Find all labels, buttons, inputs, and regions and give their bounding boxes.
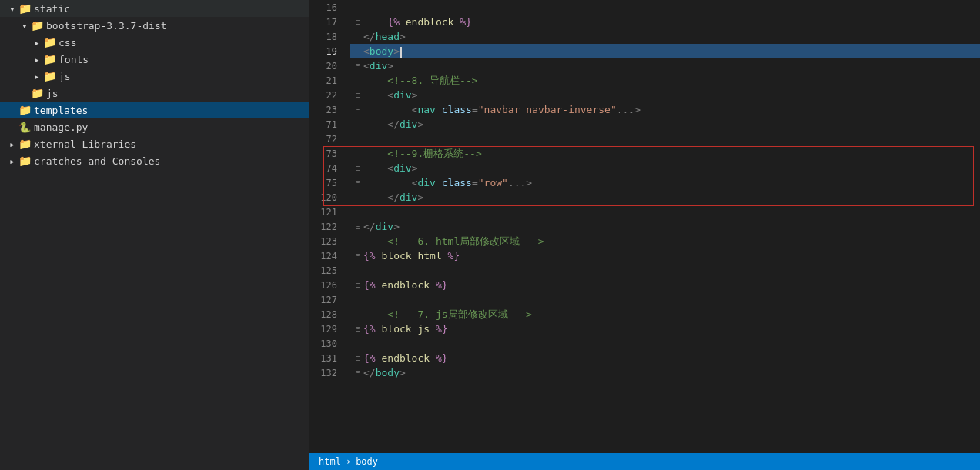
ln-75: 75 (309, 175, 343, 190)
sidebar-item-bootstrap[interactable]: ▾ 📁 bootstrap-3.3.7-dist (0, 17, 309, 34)
ln-74: 74 (309, 161, 343, 175)
code-line-22: ⊟ <div> (350, 88, 980, 102)
ln-17: 17 (309, 15, 343, 29)
sidebar-item-templates[interactable]: ▸ 📁 templates (0, 102, 309, 118)
status-arrow-icon: › (346, 456, 351, 467)
ln-132: 132 (309, 365, 343, 380)
ln-16: 16 (309, 0, 343, 15)
fold-icon[interactable] (353, 336, 363, 351)
code-line-122: ⊟ </div> (350, 219, 980, 234)
sidebar-item-label: cratches and Consoles (34, 155, 160, 167)
fold-icon[interactable]: ⊟ (353, 351, 363, 365)
fold-icon[interactable] (353, 307, 363, 322)
code-line-125 (350, 263, 980, 278)
sidebar-item-css[interactable]: ▸ 📁 css (0, 34, 309, 51)
arrow-icon: ▸ (31, 53, 43, 65)
sidebar-item-label: fonts (59, 54, 89, 65)
code-line-121 (350, 205, 980, 219)
ln-120: 120 (309, 190, 343, 205)
sidebar-item-static[interactable]: ▾ 📁 static (0, 0, 309, 17)
ln-130: 130 (309, 336, 343, 351)
ln-127: 127 (309, 292, 343, 307)
sidebar-item-scratches[interactable]: ▸ 📁 cratches and Consoles (0, 152, 309, 169)
fold-icon[interactable]: ⊟ (353, 322, 363, 336)
code-line-18: </head> (350, 29, 980, 44)
sidebar-item-label: xternal Libraries (34, 138, 136, 150)
ln-123: 123 (309, 234, 343, 248)
ln-125: 125 (309, 263, 343, 278)
arrow-icon: ▸ (31, 36, 43, 48)
code-line-72 (350, 132, 980, 146)
code-line-74: ⊟ <div> (350, 161, 980, 175)
fold-icon[interactable] (353, 0, 363, 15)
sidebar-item-js-inner[interactable]: ▸ 📁 js (0, 68, 309, 85)
code-line-20: ⊟ <div> (350, 58, 980, 73)
sidebar-item-external-libs[interactable]: ▸ 📁 xternal Libraries (0, 135, 309, 152)
sidebar-item-label: bootstrap-3.3.7-dist (46, 20, 167, 32)
ln-126: 126 (309, 278, 343, 292)
fold-icon[interactable] (353, 190, 363, 205)
code-line-73: <!--9.栅格系统--> (350, 146, 980, 161)
fold-icon[interactable] (353, 205, 363, 219)
ln-21: 21 (309, 73, 343, 88)
sidebar-item-label: css (59, 37, 76, 48)
sidebar-item-fonts[interactable]: ▸ 📁 fonts (0, 51, 309, 68)
code-lines: ⊟ {% endblock %} </head> <body> (350, 0, 980, 453)
fold-icon[interactable]: ⊟ (353, 278, 363, 292)
code-line-127 (350, 292, 980, 307)
sidebar-item-manage[interactable]: ▸ 🐍 manage.py (0, 118, 309, 135)
code-line-19: <body> (350, 44, 980, 58)
ln-121: 121 (309, 205, 343, 219)
ln-22: 22 (309, 88, 343, 102)
arrow-icon: ▸ (6, 155, 18, 167)
fold-icon[interactable]: ⊟ (353, 58, 363, 73)
ln-19: 19 (309, 44, 343, 58)
fold-icon[interactable]: ⊟ (353, 88, 363, 102)
fold-icon[interactable] (353, 44, 363, 58)
folder-icon: 📁 (18, 138, 31, 150)
sidebar-item-label: manage.py (34, 122, 88, 133)
sidebar-item-label: static (34, 3, 70, 15)
fold-icon[interactable] (353, 292, 363, 307)
code-line-21: <!--8. 导航栏--> (350, 73, 980, 88)
fold-icon[interactable]: ⊟ (353, 219, 363, 234)
fold-icon[interactable] (353, 29, 363, 44)
folder-icon: 📁 (18, 155, 31, 167)
fold-icon[interactable]: ⊟ (353, 15, 363, 29)
fold-icon[interactable]: ⊟ (353, 102, 363, 117)
code-line-120: </div> (350, 190, 980, 205)
code-line-132: ⊟ </body> (350, 365, 980, 380)
status-path-body: body (356, 456, 378, 467)
sidebar-item-js-outer[interactable]: ▸ 📁 js (0, 85, 309, 102)
code-line-124: ⊟ {% block html %} (350, 248, 980, 263)
ln-73: 73 (309, 146, 343, 161)
fold-icon[interactable]: ⊟ (353, 365, 363, 380)
fold-icon[interactable]: ⊟ (353, 248, 363, 263)
folder-icon: 📁 (31, 19, 43, 32)
fold-icon[interactable]: ⊟ (353, 161, 363, 175)
fold-icon[interactable] (353, 73, 363, 88)
sidebar-item-label: templates (34, 105, 88, 116)
fold-icon[interactable] (353, 146, 363, 161)
ln-128: 128 (309, 307, 343, 322)
arrow-icon: ▾ (18, 19, 31, 32)
fold-icon[interactable] (353, 132, 363, 146)
fold-icon[interactable]: ⊟ (353, 175, 363, 190)
code-line-23: ⊟ <nav class="navbar navbar-inverse"...> (350, 102, 980, 117)
code-line-130 (350, 336, 980, 351)
folder-icon: 📁 (43, 53, 55, 65)
fold-icon[interactable] (353, 263, 363, 278)
ln-124: 124 (309, 248, 343, 263)
code-area: 16 17 18 19 20 21 22 23 71 72 73 74 75 1… (309, 0, 980, 453)
folder-icon: 📁 (43, 70, 55, 82)
ln-23: 23 (309, 102, 343, 117)
folder-icon: 📁 (43, 36, 55, 48)
ln-18: 18 (309, 29, 343, 44)
fold-icon[interactable] (353, 234, 363, 248)
folder-icon: 📁 (18, 104, 31, 116)
arrow-icon: ▸ (31, 70, 43, 82)
code-line-17: ⊟ {% endblock %} (350, 15, 980, 29)
code-line-128: <!-- 7. js局部修改区域 --> (350, 307, 980, 322)
fold-icon[interactable] (353, 117, 363, 132)
code-line-126: ⊟ {% endblock %} (350, 278, 980, 292)
